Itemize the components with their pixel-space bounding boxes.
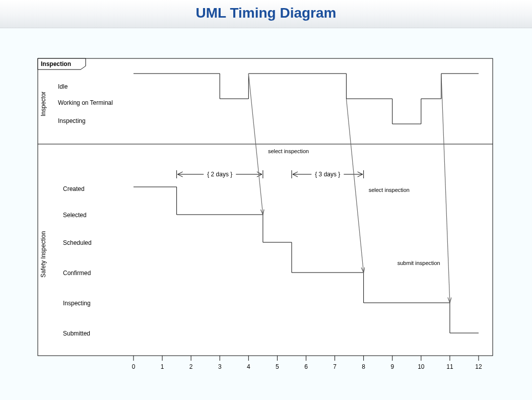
time-tick-label: 7 <box>333 363 337 370</box>
constraint-label: { 2 days } <box>207 171 232 178</box>
state-label-inspecting2: Inspecting <box>63 300 91 307</box>
state-label-scheduled: Scheduled <box>63 239 92 246</box>
state-label-created: Created <box>63 185 85 192</box>
time-tick-label: 1 <box>161 363 164 370</box>
time-tick-label: 0 <box>132 363 136 370</box>
frame-label: Inspection <box>41 60 71 68</box>
state-label-working: Working on Terminal <box>58 99 113 106</box>
time-tick-label: 2 <box>189 363 193 370</box>
page-header: UML Timing Diagram <box>0 0 532 28</box>
time-tick-label: 8 <box>362 363 365 370</box>
lifeline-name-inspector: Inspector <box>40 92 47 116</box>
time-tick-label: 9 <box>390 363 394 370</box>
state-label-confirmed: Confirmed <box>63 270 91 277</box>
timing-diagram: InspectionInspectorSafety InspectionIdle… <box>0 28 532 400</box>
state-label-selected: Selected <box>63 212 87 219</box>
constraint-label: { 3 days } <box>315 171 340 178</box>
state-label-submitted: Submitted <box>63 330 90 337</box>
message-label: select inspection <box>268 148 309 154</box>
time-tick-label: 11 <box>446 363 453 370</box>
time-tick-label: 6 <box>304 363 308 370</box>
time-tick-label: 10 <box>418 363 425 370</box>
time-tick-label: 4 <box>247 363 250 370</box>
time-tick-label: 12 <box>475 363 482 370</box>
diagram-canvas: InspectionInspectorSafety InspectionIdle… <box>0 28 532 400</box>
time-tick-label: 5 <box>276 363 279 370</box>
state-label-inspecting: Inspecting <box>58 117 86 124</box>
state-label-idle: Idle <box>58 83 68 90</box>
page-title: UML Timing Diagram <box>0 0 532 21</box>
lifeline-name-safety: Safety Inspection <box>40 231 47 278</box>
message-label: select inspection <box>369 187 410 193</box>
time-tick-label: 3 <box>218 363 222 370</box>
message-label: submit inspection <box>397 260 440 266</box>
